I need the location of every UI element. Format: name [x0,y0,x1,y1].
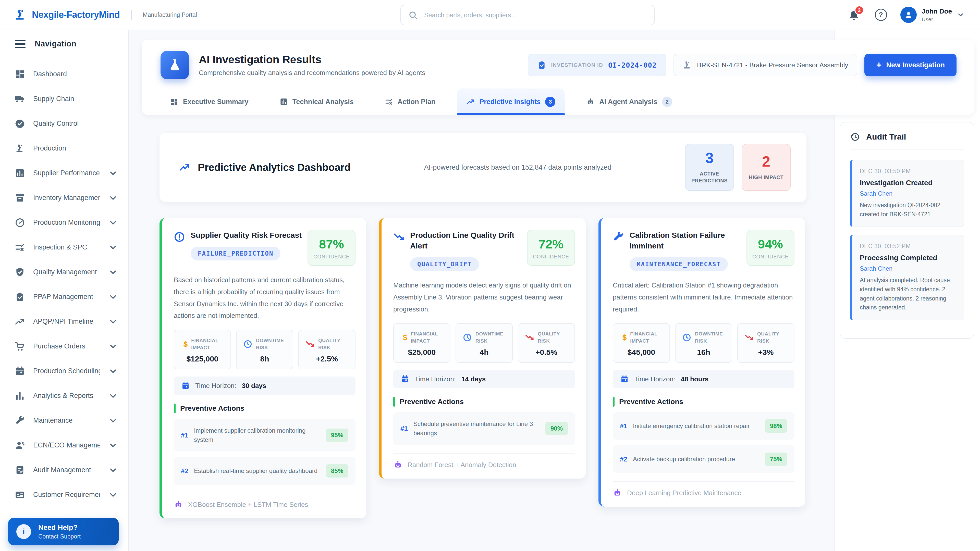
sidebar-item-quality-management[interactable]: Quality Management [0,260,128,284]
question-icon: ? [879,11,883,19]
sidebar-item-dashboard[interactable]: Dashboard [0,62,128,86]
clipboard-icon [538,61,546,69]
model-name: Deep Learning Predictive Maintenance [627,489,741,497]
avatar[interactable] [900,6,917,23]
tab-ai-agent-analysis[interactable]: AI Agent Analysis 2 [577,89,682,115]
clipboard-check-icon [15,292,25,302]
new-investigation-button[interactable]: + New Investigation [864,54,956,76]
confidence-box: 94% CONFIDENCE [746,230,794,266]
audit-entry-text: New investigation QI-2024-002 created fo… [860,201,956,219]
investigation-id-badge[interactable]: INVESTIGATION ID QI-2024-002 [528,54,667,76]
sidebar-item-maintenance[interactable]: Maintenance [0,408,128,433]
section-accent-bar [393,397,395,407]
bar-chart-box-icon [280,98,288,106]
time-horizon: Time Horizon: 48 hours [613,370,794,388]
sidebar-item-apqp-npi-timeline[interactable]: APQP/NPI Timeline [0,309,128,334]
tab-action-plan[interactable]: Action Plan [375,89,445,115]
sidebar-item-analytics-reports[interactable]: Analytics & Reports [0,383,128,408]
need-help-card[interactable]: i Need Help? Contact Support [8,518,119,545]
trend-line-icon [179,162,191,173]
sidebar-item-supplier-performance[interactable]: Supplier Performance [0,161,128,186]
sidebar-item-customer-requirements[interactable]: Customer Requirements [0,483,128,507]
sidebar-header: Navigation [0,30,128,58]
audit-entry-user[interactable]: Sarah Chen [860,265,956,272]
audit-entry[interactable]: DEC 30, 03:52 PM Processing Completed Sa… [850,235,964,321]
card-title: Supplier Quality Risk Forecast [191,230,302,241]
calendar-icon [620,375,628,383]
chevron-down-icon [108,440,118,451]
brand-logo[interactable]: Nexgile-FactoryMind Manufacturing Portal [14,8,197,21]
dashboard-grid-icon [15,69,25,79]
sidebar-item-purchase-orders[interactable]: Purchase Orders [0,334,128,359]
preventive-actions-title: Preventive Actions [180,404,244,413]
trend-down-icon [525,333,534,342]
prediction-card-supplier-quality-risk: Supplier Quality Risk Forecast FAILURE_P… [159,218,366,518]
clock-icon [463,333,472,342]
action-score-badge: 98% [765,419,788,433]
section-accent-bar [613,397,614,407]
preventive-actions-title: Preventive Actions [400,398,464,406]
preventive-action[interactable]: #1 Implement supplier calibration monito… [174,419,355,451]
robot-arm-icon [15,143,25,154]
audit-trail-panel: Audit Trail DEC 30, 03:50 PM Investigati… [840,122,974,339]
time-horizon: Time Horizon: 30 days [174,376,355,395]
sidebar-item-inventory-management[interactable]: Inventory Management [0,186,128,210]
prediction-type-tag: QUALITY_DRIFT [410,257,479,271]
shield-check-icon [15,267,25,277]
chevron-down-icon[interactable] [956,11,965,19]
page-header-top: AI Investigation Results Comprehensive q… [142,40,974,86]
tab-badge: 3 [545,97,555,107]
notifications-button[interactable]: 2 [848,8,860,21]
confidence-box: 87% CONFIDENCE [307,230,355,266]
hamburger-menu-icon[interactable] [15,40,25,48]
help-button[interactable]: ? [875,9,887,21]
user-icon [904,11,913,19]
quality-risk-metric: QUALITY RISK +2.5% [298,330,355,369]
sidebar-item-audit-management[interactable]: Audit Management [0,457,128,483]
preventive-action[interactable]: #2 Establish real-time supplier quality … [174,457,355,485]
banner-subtitle: AI-powered forecasts based on 152,847 da… [351,164,685,171]
quality-risk-metric: QUALITY RISK +0.5% [518,323,575,363]
financial-impact-metric: $ FINANCIAL IMPACT $125,000 [174,330,231,369]
investigation-id-value: QI-2024-002 [608,61,657,69]
sidebar-item-production-monitoring[interactable]: Production Monitoring [0,210,128,235]
preventive-action[interactable]: #1 Schedule preventive maintenance for L… [393,412,575,445]
action-score-badge: 85% [326,464,348,478]
part-badge[interactable]: BRK-SEN-4721 - Brake Pressure Sensor Ass… [673,54,857,76]
sidebar-item-production-scheduling[interactable]: Production Scheduling [0,359,128,383]
section-accent-bar [174,403,176,413]
checklist-rule-icon [15,242,25,252]
sidebar-item-ppap-management[interactable]: PPAP Management [0,284,128,309]
prediction-card-quality-drift: Production Line Quality Drift Alert QUAL… [379,218,586,478]
chevron-down-icon [108,490,118,500]
calendar-icon [15,366,25,376]
engineer-gear-icon [15,440,25,451]
sidebar-item-supply-chain[interactable]: Supply Chain [0,86,128,111]
sidebar-item-inspection-spc[interactable]: Inspection & SPC [0,235,128,260]
brand-name: Nexgile-FactoryMind [32,10,120,20]
search-input[interactable] [400,5,655,25]
sidebar-item-ecn-eco-management[interactable]: ECN/ECO Management [0,433,128,457]
chevron-down-icon [108,193,118,203]
chevron-down-icon [108,168,118,178]
audit-entry-user[interactable]: Sarah Chen [860,190,956,197]
preventive-action[interactable]: #2 Activate backup calibration procedure… [613,445,794,473]
audit-entry[interactable]: DEC 30, 03:50 PM Investigation Created S… [850,160,964,227]
user-meta: John Doe User [922,7,952,22]
tab-technical-analysis[interactable]: Technical Analysis [270,89,363,115]
tab-executive-summary[interactable]: Executive Summary [161,89,258,115]
preventive-action[interactable]: #1 Initiate emergency calibration statio… [613,412,794,440]
sidebar-item-quality-control[interactable]: Quality Control [0,111,128,136]
sidebar: Navigation Dashboard Supply Chain Qualit… [0,30,129,551]
downtime-risk-metric: DOWNTIME RISK 16h [675,323,732,363]
user-role: User [922,16,952,22]
robot-head-icon [587,98,595,106]
top-bar: Nexgile-FactoryMind Manufacturing Portal… [0,0,980,30]
checklist-rule-icon [385,98,393,106]
chevron-down-icon [108,317,118,327]
tab-predictive-insights[interactable]: Predictive Insights 3 [457,89,565,115]
chevron-down-icon [108,465,118,475]
sidebar-item-production[interactable]: Production [0,136,128,161]
trend-down-icon [745,333,754,342]
audit-entry-title: Processing Completed [860,254,956,262]
